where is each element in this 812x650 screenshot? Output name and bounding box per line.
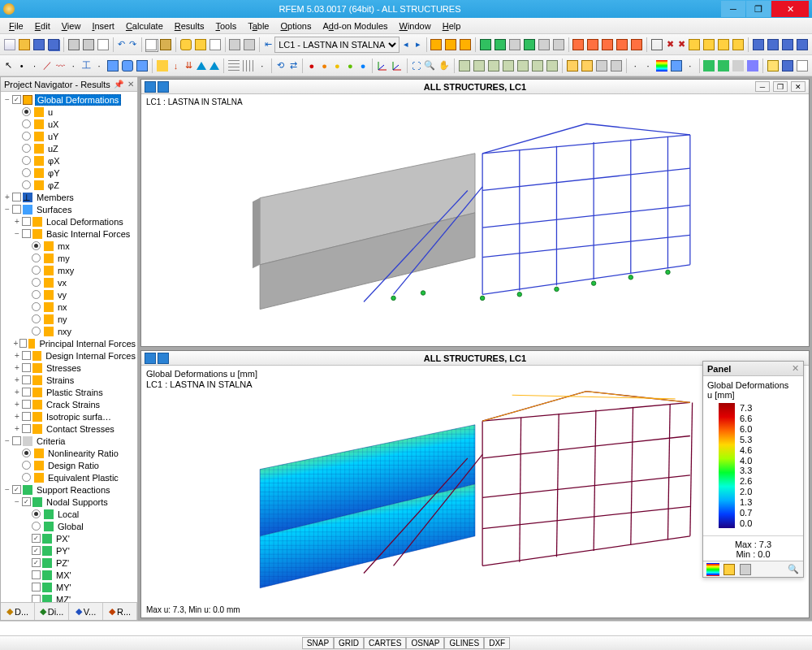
iso6-icon[interactable] (531, 58, 544, 74)
render-icon[interactable] (566, 58, 579, 74)
redo-icon[interactable]: ↷ (127, 37, 137, 53)
tree-support[interactable]: −✓Support Reactions (1, 483, 137, 496)
tree-local[interactable]: Local (1, 508, 137, 520)
status-osnap[interactable]: OSNAP (406, 637, 444, 649)
mod3-icon[interactable] (601, 37, 614, 53)
view3-icon[interactable] (508, 37, 521, 53)
tree-surfaces[interactable]: −Surfaces (1, 203, 137, 215)
view-min-icon[interactable]: ─ (755, 81, 770, 92)
tree-mx2[interactable]: MX' (1, 569, 137, 581)
tb2-1-icon[interactable]: • (16, 58, 28, 74)
grid3-icon[interactable]: · (257, 58, 268, 74)
axis-icon[interactable] (376, 58, 389, 74)
tree-uz[interactable]: uZ (1, 142, 137, 154)
tree-equivplastic[interactable]: Equivalent Plastic (1, 471, 137, 483)
paste-icon[interactable] (159, 37, 172, 53)
tool-e-icon[interactable] (702, 37, 715, 53)
navigator-close-icon[interactable]: ✕ (127, 80, 134, 89)
c2-icon[interactable]: ● (319, 58, 330, 74)
tree-global[interactable]: Global (1, 520, 137, 532)
table-icon[interactable] (767, 58, 780, 74)
tool-f-icon[interactable] (717, 37, 730, 53)
win3-icon[interactable] (781, 37, 794, 53)
view-max-icon[interactable]: ❐ (773, 81, 788, 92)
prev-icon[interactable]: ◂ (401, 37, 411, 53)
mod4-icon[interactable] (615, 37, 628, 53)
menu-calculate[interactable]: Calculate (120, 20, 169, 32)
misc5-icon[interactable] (732, 58, 745, 74)
menu-view[interactable]: View (56, 20, 87, 32)
mod5-icon[interactable] (630, 37, 643, 53)
triangle-icon[interactable] (196, 58, 207, 74)
pin-icon[interactable]: 📌 (114, 80, 123, 89)
tree-contact[interactable]: +Contact Stresses (1, 422, 137, 435)
menu-edit[interactable]: Edit (29, 20, 56, 32)
curve-icon[interactable]: 〰 (54, 58, 66, 74)
tb2-2-icon[interactable]: · (29, 58, 41, 74)
mirror-icon[interactable]: ⇄ (287, 58, 299, 74)
win2-icon[interactable] (767, 37, 780, 53)
view2-icon[interactable] (494, 37, 507, 53)
open-icon[interactable] (18, 37, 31, 53)
copy-icon[interactable] (145, 37, 158, 53)
tree-vy[interactable]: vy (1, 288, 137, 301)
tree-pz[interactable]: ✓PZ' (1, 557, 137, 569)
tool-b-icon[interactable]: ✖ (665, 37, 675, 53)
tool-d-icon[interactable] (688, 37, 701, 53)
line-icon[interactable]: ／ (42, 58, 54, 74)
misc1-icon[interactable]: · (629, 58, 641, 74)
tree-crack[interactable]: +Crack Strains (1, 398, 137, 410)
tree-icon[interactable] (796, 58, 809, 74)
tree-plastic[interactable]: +Plastic Strains (1, 386, 137, 398)
minimize-button[interactable]: ─ (721, 1, 745, 17)
legend-zoom-icon[interactable]: 🔍 (787, 563, 800, 576)
c1-icon[interactable]: ● (306, 58, 317, 74)
axis2-icon[interactable] (391, 58, 404, 74)
menu-table[interactable]: Table (242, 20, 274, 32)
maximize-button[interactable]: ❐ (746, 1, 771, 17)
legend-close-icon[interactable]: ✕ (792, 363, 799, 374)
results2-icon[interactable] (444, 37, 457, 53)
legend-tab-filter-icon[interactable] (739, 563, 752, 576)
menu-insert[interactable]: Insert (86, 20, 120, 32)
tool-g-icon[interactable] (732, 37, 745, 53)
tree-ux[interactable]: uX (1, 118, 137, 130)
pan-icon[interactable]: ✋ (438, 58, 451, 74)
menu-results[interactable]: Results (169, 20, 210, 32)
color-icon[interactable] (655, 58, 668, 74)
tree-py[interactable]: ✓PY' (1, 544, 137, 557)
view-header-top[interactable]: ALL STRUCTURES, LC1 ─❐✕ (141, 80, 809, 94)
view1-icon[interactable] (479, 37, 492, 53)
surface2-icon[interactable] (121, 58, 134, 74)
iso1-icon[interactable] (458, 58, 471, 74)
saveall-icon[interactable] (47, 37, 60, 53)
nav-tab-2[interactable]: ◆V... (69, 603, 103, 620)
options-icon[interactable] (228, 37, 241, 53)
print-icon[interactable] (67, 37, 80, 53)
view6-icon[interactable] (552, 37, 565, 53)
tb2-7-icon[interactable]: · (93, 58, 105, 74)
tool-a-icon[interactable] (650, 37, 663, 53)
tree-nxy[interactable]: nxy (1, 325, 137, 337)
tree-phix[interactable]: φX (1, 154, 137, 167)
view4-icon[interactable] (523, 37, 536, 53)
c4-icon[interactable]: ● (344, 58, 356, 74)
view5-icon[interactable] (538, 37, 551, 53)
render4-icon[interactable] (610, 58, 623, 74)
tree-u[interactable]: u (1, 106, 137, 118)
surface-icon[interactable] (106, 58, 119, 74)
next-icon[interactable]: ▸ (412, 37, 422, 53)
calc2-icon[interactable] (194, 37, 207, 53)
render2-icon[interactable] (581, 58, 594, 74)
undo-icon[interactable]: ↶ (116, 37, 126, 53)
num2-icon[interactable]: · (685, 58, 696, 74)
tree-mz2[interactable]: MZ' (1, 593, 137, 602)
tool-c-icon[interactable]: ✖ (676, 37, 686, 53)
calc-icon[interactable] (179, 37, 192, 53)
tree-designratio[interactable]: Design Ratio (1, 459, 137, 471)
menu-tools[interactable]: Tools (209, 20, 242, 32)
tree-uy[interactable]: uY (1, 130, 137, 142)
legend-panel[interactable]: Panel ✕ Global Deformations u [mm] 7.36.… (702, 361, 804, 578)
legend-tab-color-icon[interactable] (706, 563, 719, 576)
tree-members[interactable]: +⊥Members (1, 191, 137, 203)
